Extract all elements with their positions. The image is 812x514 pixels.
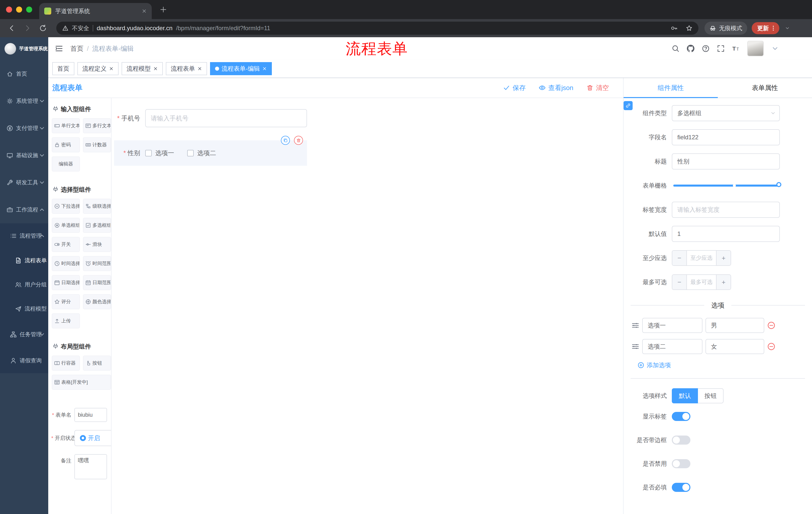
- remove-option-icon[interactable]: [767, 321, 775, 329]
- component-date-picker[interactable]: 日期选择: [52, 275, 80, 290]
- decrease-button[interactable]: −: [672, 275, 686, 290]
- view-json-button[interactable]: 查看json: [539, 83, 573, 92]
- github-icon[interactable]: [687, 45, 694, 52]
- avatar[interactable]: [747, 41, 764, 56]
- component-type-select[interactable]: 多选框组: [672, 105, 780, 121]
- option-value-input[interactable]: [705, 318, 764, 333]
- close-window-button[interactable]: [6, 6, 12, 12]
- key-icon[interactable]: [671, 25, 677, 31]
- address-bar[interactable]: 不安全 dashboard.yudao.iocoder.cn /bpm/mana…: [56, 22, 698, 35]
- minimize-window-button[interactable]: [16, 6, 22, 12]
- delete-field-button[interactable]: [294, 136, 303, 145]
- component-checkbox-group[interactable]: 多选框组: [83, 218, 111, 233]
- chevron-down-icon[interactable]: [771, 45, 779, 52]
- checkbox-option-1[interactable]: 选项一: [145, 149, 174, 157]
- increase-button[interactable]: +: [717, 275, 731, 290]
- sidebar-item-payment[interactable]: 支付管理: [0, 115, 48, 142]
- close-icon[interactable]: [198, 66, 202, 71]
- close-icon[interactable]: [153, 66, 158, 71]
- sidebar-item-task-management[interactable]: 任务管理: [0, 321, 48, 348]
- form-field-phone[interactable]: 手机号: [114, 109, 307, 127]
- remove-option-icon[interactable]: [767, 343, 775, 351]
- component-color-picker[interactable]: 颜色选择: [83, 294, 111, 309]
- component-time-range[interactable]: 时间范围: [83, 256, 111, 271]
- search-icon[interactable]: [672, 45, 679, 52]
- sidebar-item-user-group[interactable]: 用户分组: [0, 273, 48, 297]
- close-icon[interactable]: [109, 66, 114, 71]
- component-switch[interactable]: 开关: [52, 237, 80, 252]
- component-radio-group[interactable]: 单选框组: [52, 218, 80, 233]
- border-switch[interactable]: [672, 436, 690, 444]
- component-date-range[interactable]: 日期范围: [83, 275, 111, 290]
- tab-component-properties[interactable]: 组件属性: [624, 78, 718, 98]
- checkbox-icon[interactable]: [187, 150, 194, 156]
- tag-home[interactable]: 首页: [52, 62, 75, 75]
- sidebar-item-workflow[interactable]: 工作流程: [0, 196, 48, 223]
- hamburger-icon[interactable]: [55, 44, 63, 53]
- sidebar-item-process-form[interactable]: 流程表单: [0, 248, 48, 273]
- remark-textarea[interactable]: 嘿嘿: [75, 454, 107, 479]
- help-icon[interactable]: [702, 45, 709, 52]
- sidebar-item-home[interactable]: 首页: [0, 60, 48, 87]
- forward-icon[interactable]: [24, 24, 31, 32]
- sidebar-item-process-model[interactable]: 流程模型: [0, 297, 48, 321]
- component-button[interactable]: 按钮: [83, 356, 111, 371]
- radio-open[interactable]: 开启: [75, 430, 112, 446]
- component-slider[interactable]: 滑块: [83, 237, 111, 252]
- phone-input[interactable]: [145, 109, 307, 127]
- option-label-input[interactable]: [642, 318, 702, 333]
- more-vertical-icon[interactable]: [770, 25, 776, 31]
- component-input-text[interactable]: 单行文本: [52, 118, 80, 133]
- component-select[interactable]: 下拉选择: [52, 199, 80, 214]
- form-name-input[interactable]: [75, 408, 107, 422]
- zoom-window-button[interactable]: [26, 6, 32, 12]
- update-button[interactable]: 更新: [752, 22, 779, 34]
- sidebar-item-system[interactable]: 系统管理: [0, 87, 48, 115]
- slider-handle[interactable]: [776, 182, 781, 187]
- drag-handle-icon[interactable]: [632, 343, 639, 350]
- label-width-input[interactable]: [672, 202, 780, 218]
- add-option-button[interactable]: 添加选项: [638, 361, 812, 369]
- show-label-switch[interactable]: [672, 412, 690, 421]
- tag-process-model[interactable]: 流程模型: [122, 62, 163, 75]
- sidebar-item-infrastructure[interactable]: 基础设施: [0, 142, 48, 169]
- required-switch[interactable]: [672, 483, 690, 492]
- tag-process-form-edit[interactable]: 流程表单-编辑: [210, 62, 272, 75]
- style-default-button[interactable]: 默认: [672, 388, 698, 403]
- form-grid-slider[interactable]: [673, 185, 778, 187]
- checkbox-option-2[interactable]: 选项二: [187, 149, 216, 157]
- copy-field-button[interactable]: [281, 136, 290, 145]
- title-input[interactable]: [672, 154, 780, 169]
- style-button-button[interactable]: 按钮: [698, 388, 724, 403]
- save-button[interactable]: 保存: [503, 83, 526, 92]
- drag-handle-icon[interactable]: [632, 322, 639, 329]
- component-rate[interactable]: 评分: [52, 294, 80, 309]
- component-row-container[interactable]: 行容器: [52, 356, 80, 371]
- bookmark-star-icon[interactable]: [686, 25, 692, 31]
- reload-icon[interactable]: [39, 24, 47, 32]
- disabled-switch[interactable]: [672, 459, 690, 468]
- stepper-value[interactable]: 最多可选: [686, 275, 717, 290]
- fullscreen-icon[interactable]: [717, 45, 725, 52]
- checkbox-icon[interactable]: [145, 150, 152, 156]
- stepper-value[interactable]: 至少应选: [686, 251, 717, 265]
- security-label[interactable]: 不安全: [72, 24, 89, 32]
- increase-button[interactable]: +: [717, 251, 731, 265]
- field-name-input[interactable]: [672, 129, 780, 145]
- font-size-icon[interactable]: [732, 45, 740, 52]
- tag-process-definition[interactable]: 流程定义: [77, 62, 119, 75]
- option-label-input[interactable]: [642, 339, 702, 354]
- sidebar-item-leave-query[interactable]: 请假查询: [0, 348, 48, 373]
- breadcrumb-home[interactable]: 首页: [70, 44, 83, 53]
- option-value-input[interactable]: [705, 339, 764, 354]
- component-password[interactable]: 密码: [52, 137, 80, 153]
- link-button[interactable]: [624, 101, 633, 110]
- close-icon[interactable]: [262, 66, 267, 71]
- form-canvas[interactable]: 手机号 性别 选项一 选项二: [112, 98, 623, 514]
- chevron-down-icon[interactable]: [785, 26, 790, 31]
- tab-form-properties[interactable]: 表单属性: [718, 78, 812, 98]
- component-textarea[interactable]: 多行文本: [83, 118, 111, 133]
- component-table[interactable]: 表格[开发中]: [52, 375, 111, 390]
- tab-close-icon[interactable]: [142, 8, 147, 13]
- clear-button[interactable]: 清空: [586, 83, 609, 92]
